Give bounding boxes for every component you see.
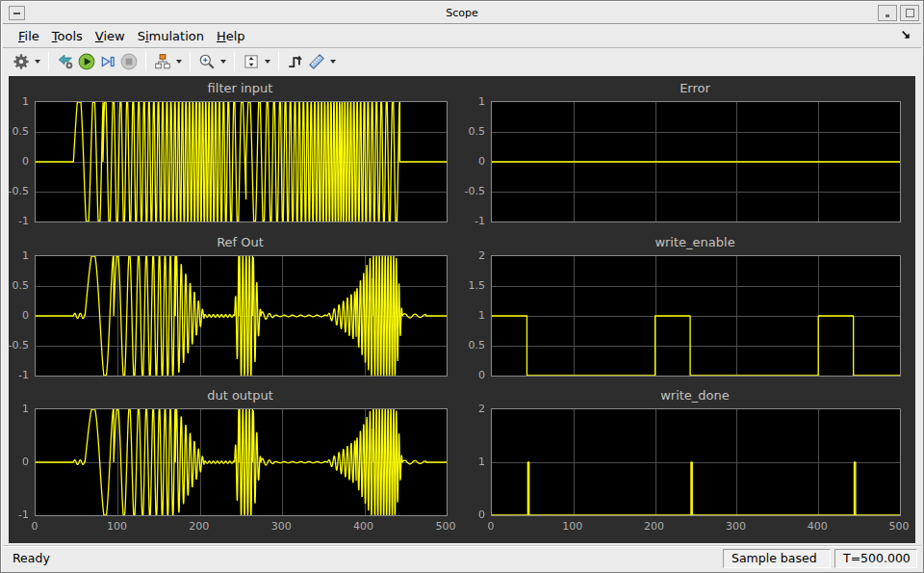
menubar: File Tools View Simulation Help — [3, 24, 921, 48]
step-back-icon — [57, 53, 74, 70]
step-forward-icon — [99, 53, 116, 70]
chevron-down-icon — [265, 60, 270, 64]
chevron-down-icon — [220, 60, 226, 64]
menu-view[interactable]: View — [95, 29, 125, 43]
x-tick-label: 200 — [178, 520, 220, 534]
plot-title: write_done — [472, 388, 915, 403]
plot-axes-canvas[interactable] — [491, 101, 901, 222]
menu-help[interactable]: Help — [217, 29, 245, 43]
scope-display-area: filter input 10.50-0.5-1 Error 10.50-0.5… — [9, 76, 915, 543]
menu-simulation[interactable]: Simulation — [138, 29, 204, 43]
x-tick-label: 400 — [796, 520, 838, 534]
y-tick-label: 1 — [9, 249, 29, 263]
stop-icon — [120, 53, 138, 70]
stop-button[interactable] — [118, 51, 140, 72]
toolbar-separator — [190, 52, 191, 71]
y-tick-label: 0.5 — [456, 125, 485, 139]
plot-axes-canvas[interactable] — [35, 408, 448, 516]
plot-axes-canvas[interactable] — [35, 101, 448, 222]
window-menu-icon — [13, 13, 20, 14]
window-menu-button[interactable] — [9, 6, 25, 20]
y-tick-label: 0 — [9, 456, 29, 469]
toolbar-separator — [234, 52, 235, 71]
step-back-button[interactable] — [55, 51, 76, 72]
zoom-button[interactable] — [196, 51, 218, 72]
x-tick-label: 100 — [95, 520, 138, 534]
zoom-dropdown[interactable] — [218, 51, 228, 72]
plot-title: Ref Out — [15, 235, 465, 249]
signal-hierarchy-button[interactable] — [152, 51, 173, 72]
trigger-button[interactable] — [285, 51, 306, 72]
x-tick-label: 100 — [552, 520, 594, 534]
chevron-down-icon — [176, 60, 182, 64]
measurements-button[interactable] — [306, 51, 327, 72]
toolbar-separator — [278, 52, 279, 71]
maximize-button[interactable] — [900, 5, 919, 21]
y-tick-label: -1 — [456, 215, 485, 228]
y-tick-label: 0 — [9, 309, 29, 323]
x-tick-label: 0 — [13, 520, 56, 534]
scope-window: Scope File Tools View Simulation Help — [0, 0, 924, 573]
y-tick-label: 2 — [456, 249, 485, 263]
maximize-icon — [906, 9, 914, 17]
plot-filter-input: filter input 10.50-0.5-1 — [35, 101, 446, 221]
titlebar: Scope — [3, 3, 921, 24]
step-forward-button[interactable] — [97, 51, 118, 72]
y-tick-label: 1.5 — [456, 279, 485, 293]
x-tick-label: 500 — [878, 520, 915, 534]
plot-axes-canvas[interactable] — [35, 255, 448, 377]
plot-title: write_enable — [472, 235, 915, 249]
toolbar-separator — [145, 52, 146, 71]
measurements-dropdown[interactable] — [327, 51, 338, 72]
y-tick-label: 0.5 — [9, 279, 29, 293]
y-tick-label: -1 — [9, 369, 29, 382]
x-tick-label: 500 — [424, 520, 467, 534]
y-tick-label: 1 — [9, 403, 29, 416]
signal-hierarchy-dropdown[interactable] — [173, 51, 184, 72]
x-tick-label: 200 — [633, 520, 676, 534]
scale-y-axis-icon — [243, 53, 260, 70]
x-tick-label: 0 — [470, 520, 512, 534]
y-tick-label: 0.5 — [9, 125, 29, 139]
y-tick-label: 0.5 — [456, 339, 485, 352]
signal-hierarchy-icon — [154, 53, 171, 70]
y-tick-label: 1 — [456, 309, 485, 323]
sample-mode-indicator: Sample based — [723, 549, 831, 568]
zoom-icon — [198, 53, 216, 70]
toolbar — [3, 48, 921, 75]
statusbar: Ready Sample based T=500.000 — [3, 545, 921, 570]
run-button[interactable] — [76, 51, 97, 72]
dock-scope-button[interactable] — [899, 28, 911, 43]
y-tick-label: -1 — [9, 215, 29, 228]
y-tick-label: 1 — [9, 95, 29, 109]
plot-axes-canvas[interactable] — [491, 408, 901, 516]
chevron-down-icon — [330, 60, 336, 64]
window-title: Scope — [3, 7, 921, 19]
minimize-icon — [886, 14, 889, 17]
menu-file[interactable]: File — [18, 29, 39, 43]
toolbar-separator — [48, 52, 49, 71]
scale-axes-button[interactable] — [241, 51, 262, 72]
plot-title: filter input — [15, 81, 465, 95]
y-tick-label: -0.5 — [9, 339, 29, 352]
menu-tools[interactable]: Tools — [52, 29, 83, 43]
measurements-ruler-icon — [308, 53, 325, 70]
x-tick-label: 400 — [343, 520, 385, 534]
minimize-button[interactable] — [878, 5, 897, 21]
parameters-dropdown[interactable] — [32, 51, 42, 72]
scale-axes-dropdown[interactable] — [262, 51, 272, 72]
y-tick-label: 0 — [456, 155, 485, 169]
parameters-gear-icon — [13, 53, 30, 70]
plot-ref-out: Ref Out 10.50-0.5-1 — [35, 255, 446, 375]
plot-error: Error 10.50-0.5-1 — [491, 101, 899, 221]
plot-axes-canvas[interactable] — [491, 255, 901, 377]
plot-title: Error — [472, 81, 915, 95]
y-tick-label: 2 — [456, 403, 485, 416]
simulation-time-indicator: T=500.000 — [834, 549, 917, 568]
plot-write-done: write_done 2100100200300400500 — [491, 408, 899, 514]
status-text: Ready — [13, 551, 719, 565]
plot-write-enable: write_enable 21.510.50 — [491, 255, 899, 375]
y-tick-label: -0.5 — [9, 185, 29, 198]
parameters-button[interactable] — [11, 51, 32, 72]
dock-arrow-icon — [899, 28, 911, 40]
